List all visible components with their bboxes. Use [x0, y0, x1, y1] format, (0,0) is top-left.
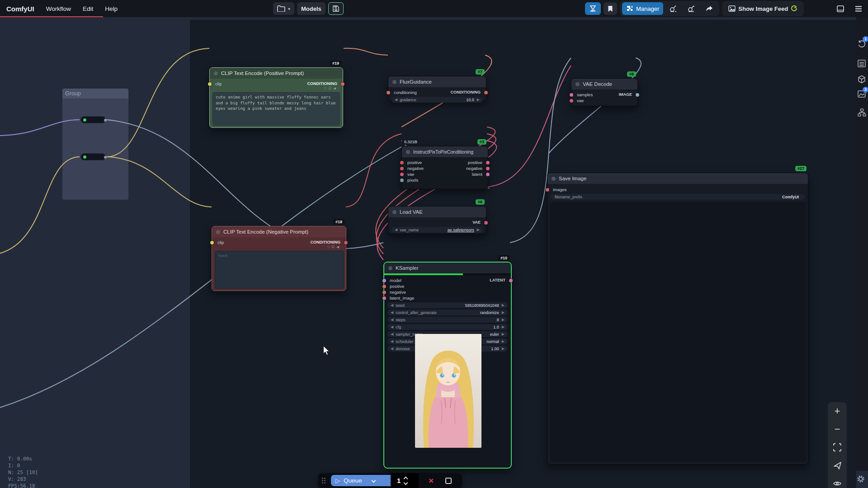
next-icon[interactable]: ▶	[477, 228, 480, 232]
node-title-bar[interactable]: FluxGuidance	[388, 76, 486, 87]
save-workflow-button[interactable]	[328, 2, 344, 15]
slot-negative-in[interactable]: negative	[384, 289, 414, 295]
node-title-bar[interactable]: Load VAE	[388, 206, 486, 217]
slot-conditioning-out[interactable]: CONDITIONING	[451, 89, 486, 95]
node-clip-negative[interactable]: #18 CLIP Text Encode (Negative Prompt) c…	[212, 226, 346, 291]
node-title-bar[interactable]: CLIP Text Encode (Positive Prompt)	[210, 68, 343, 79]
widget-guidance[interactable]: ◀ guidance 10.0 ▶	[392, 97, 483, 103]
collapse-dot-icon[interactable]	[406, 150, 410, 154]
slot-positive-in[interactable]: positive	[402, 160, 424, 165]
queue-list-button[interactable]	[858, 60, 866, 69]
positive-prompt-textarea[interactable]: cute anime girl with massive fluffy fenn…	[212, 92, 340, 126]
share-button[interactable]	[701, 2, 717, 15]
slot-positive-in[interactable]: positive	[384, 283, 414, 289]
settings-button[interactable]	[857, 475, 865, 485]
widget-steps[interactable]: ◀steps8▶	[387, 317, 508, 323]
fit-view-button[interactable]	[828, 438, 847, 456]
node-mini-icons[interactable]: □ ☑ ◀	[328, 245, 340, 249]
group-reroute-1[interactable]	[80, 116, 106, 123]
open-workflow-button[interactable]: ▾	[273, 2, 294, 15]
slot-latent-out[interactable]: latent	[466, 171, 488, 177]
decrement-icon[interactable]: ◀	[395, 98, 397, 102]
node-ksampler[interactable]: #10 KSampler model positive negative lat…	[383, 262, 512, 469]
node-instructpix2pix[interactable]: 0.321B #3 InstructPixToPixConditioning p…	[401, 146, 488, 189]
node-title-bar[interactable]: CLIP Text Encode (Negative Prompt)	[212, 226, 346, 237]
collapse-dot-icon[interactable]	[214, 71, 218, 75]
batch-count-stepper[interactable]	[404, 477, 407, 484]
node-save-image[interactable]: #27 Save Image images filename_prefix Co…	[547, 173, 808, 465]
group-reroute-2[interactable]	[80, 153, 106, 160]
node-mini-icons[interactable]: □ ☑ ◀	[325, 86, 336, 90]
menu-help[interactable]: Help	[105, 5, 118, 12]
slot-pixels-in[interactable]: pixels	[402, 177, 424, 183]
model-library-button[interactable]	[858, 75, 866, 85]
node-load-vae[interactable]: #6 Load VAE VAE ◀ vae_name ae.safetensor…	[388, 206, 486, 234]
prev-icon[interactable]: ◀	[395, 228, 397, 232]
menu-edit[interactable]: Edit	[83, 5, 93, 12]
hamburger-menu-button[interactable]	[851, 2, 866, 15]
manager-button[interactable]: Manager	[622, 2, 663, 15]
slot-images-in[interactable]: images	[547, 187, 567, 192]
node-title-bar[interactable]: KSampler	[384, 263, 511, 273]
fetch-updates-button[interactable]	[665, 2, 681, 15]
widget-filename-prefix[interactable]: filename_prefix ComfyUI	[551, 194, 805, 200]
slot-vae-out[interactable]: VAE	[472, 220, 486, 225]
batch-count-field[interactable]: 1	[391, 473, 419, 488]
collapse-dot-icon[interactable]	[576, 82, 580, 86]
slot-vae-in[interactable]: vae	[402, 171, 424, 177]
node-map-button[interactable]	[858, 108, 866, 118]
save-image-preview-area	[550, 202, 806, 462]
collapse-dot-icon[interactable]	[552, 177, 556, 181]
workflows-button[interactable]	[585, 2, 601, 15]
clean-workflow-button[interactable]	[683, 2, 699, 15]
perf-stats: T: 0.00s I: 0 N: 25 [10] V: 283 FPS:56.1…	[8, 455, 38, 488]
slot-latent-image-in[interactable]: latent_image	[384, 295, 414, 301]
node-title-bar[interactable]: VAE Decode	[571, 79, 637, 89]
toggle-visibility-button[interactable]	[828, 474, 847, 488]
select-mode-button[interactable]	[828, 456, 847, 474]
node-fluxguidance[interactable]: #7 FluxGuidance conditioning CONDITIONIN…	[388, 76, 486, 101]
slot-clip-in[interactable]: clip	[212, 239, 224, 245]
slot-positive-out[interactable]: positive	[466, 160, 488, 165]
node-graph-canvas[interactable]: Group #19 CLIP Text Encode (Positi	[0, 17, 868, 488]
slot-clip-in[interactable]: clip	[210, 81, 222, 87]
slot-negative-out[interactable]: negative	[466, 165, 488, 171]
widget-vae-name[interactable]: ◀ vae_name ae.safetensors ▶	[392, 227, 483, 233]
node-vae-decode[interactable]: #8 VAE Decode samples vae IMAGE	[571, 78, 638, 106]
bookmark-button[interactable]	[604, 2, 617, 15]
zoom-in-button[interactable]: +	[828, 402, 847, 420]
widget-control-after-generate[interactable]: ◀control_after_generaterandomize▶	[387, 310, 508, 315]
slot-samples-in[interactable]: samples	[571, 92, 593, 98]
collapse-dot-icon[interactable]	[216, 230, 220, 234]
node-title-bar[interactable]: InstructPixToPixConditioning	[402, 146, 488, 157]
slot-vae-in[interactable]: vae	[571, 98, 593, 103]
slot-conditioning-in[interactable]: conditioning	[388, 89, 417, 95]
stop-button[interactable]	[445, 478, 452, 484]
queue-button[interactable]: ▷ Queue	[331, 475, 391, 486]
increment-icon[interactable]: ▶	[477, 98, 480, 102]
slot-latent-out[interactable]: LATENT	[490, 277, 511, 283]
zoom-out-button[interactable]: −	[828, 420, 847, 438]
collapse-dot-icon[interactable]	[392, 80, 396, 84]
menu-comfyui[interactable]: ComfyUI	[6, 5, 34, 13]
image-feed-icon	[728, 5, 736, 12]
node-title-bar[interactable]: Save Image	[547, 173, 808, 184]
slot-negative-in[interactable]: negative	[402, 165, 424, 171]
slot-model-in[interactable]: model	[384, 277, 414, 283]
widget-seed[interactable]: ◀seed585180895041048▶	[387, 302, 508, 308]
queue-options-chevron-icon[interactable]	[371, 479, 376, 483]
side-panel-button[interactable]	[833, 2, 848, 15]
node-title: FluxGuidance	[400, 79, 432, 84]
cancel-run-button[interactable]: ×	[429, 476, 434, 486]
slot-image-out[interactable]: IMAGE	[618, 92, 637, 98]
models-button[interactable]: Models	[297, 2, 326, 15]
collapse-dot-icon[interactable]	[388, 266, 392, 270]
drag-handle[interactable]	[322, 478, 328, 483]
show-image-feed-button[interactable]: Show Image Feed	[724, 2, 802, 15]
menu-workflow[interactable]: Workflow	[46, 5, 71, 12]
node-id-badge: #6	[476, 199, 485, 205]
widget-cfg[interactable]: ◀cfg1.0▶	[387, 324, 508, 330]
node-clip-positive[interactable]: #19 CLIP Text Encode (Positive Prompt) c…	[209, 67, 343, 128]
collapse-dot-icon[interactable]	[392, 210, 396, 214]
negative-prompt-textarea[interactable]: text	[215, 251, 344, 289]
